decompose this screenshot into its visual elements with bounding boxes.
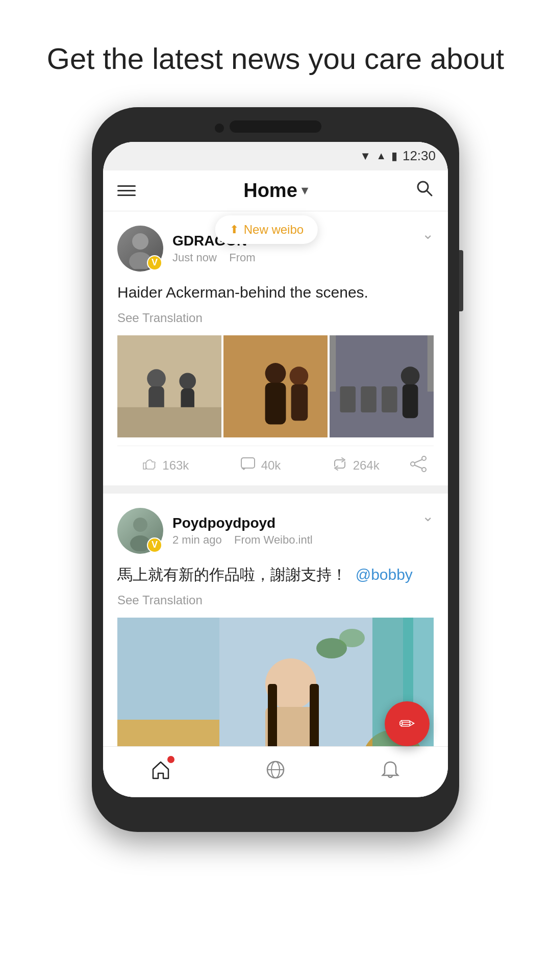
search-button[interactable] [415, 179, 434, 202]
compose-fab[interactable]: ✏ [385, 701, 430, 746]
svg-point-19 [401, 366, 420, 385]
svg-line-1 [427, 190, 432, 195]
post-image-grid [117, 335, 434, 437]
verified-badge: V [147, 537, 162, 553]
svg-line-27 [415, 459, 422, 462]
compose-icon: ✏ [399, 713, 415, 735]
bottom-navigation [103, 746, 448, 797]
battery-icon: ▮ [391, 150, 397, 163]
home-notification-dot [167, 756, 174, 763]
status-time: 12:30 [403, 148, 436, 164]
svg-point-24 [422, 456, 426, 460]
avatar-wrap: V [117, 508, 163, 554]
post-image-3[interactable] [330, 335, 434, 437]
toast-arrow-icon: ⬆ [230, 223, 239, 236]
new-weibo-toast[interactable]: ⬆ New weibo [215, 215, 318, 244]
page-headline: Get the latest news you care about [0, 0, 551, 107]
svg-point-5 [147, 369, 166, 388]
bottom-nav-notifications[interactable] [380, 759, 401, 785]
svg-point-11 [265, 363, 286, 384]
status-icons: ▼ ▲ ▮ 12:30 [360, 148, 436, 164]
svg-rect-16 [340, 386, 356, 412]
comment-icon [240, 456, 256, 476]
notification-icon [380, 759, 401, 785]
like-count: 163k [162, 458, 189, 473]
svg-point-26 [422, 468, 426, 472]
svg-rect-9 [117, 407, 221, 437]
bottom-nav-home[interactable] [150, 759, 171, 785]
post-source: From [229, 251, 255, 264]
svg-line-28 [415, 465, 422, 468]
menu-line-1 [117, 185, 136, 187]
see-translation-button[interactable]: See Translation [117, 311, 434, 325]
svg-point-36 [339, 629, 365, 647]
post-header-left: V Poydpoydpoyd 2 min ago From Weibo.intl [117, 508, 313, 554]
post-card: V GDRAGON Just now From [103, 211, 448, 485]
post-time-source: Just now From [172, 251, 256, 264]
phone-screen: ▼ ▲ ▮ 12:30 Home ▾ [103, 142, 448, 797]
wifi-icon: ▼ [360, 150, 371, 163]
like-icon [141, 456, 157, 476]
repost-icon [332, 456, 348, 476]
svg-rect-18 [382, 386, 397, 412]
signal-icon: ▲ [376, 150, 386, 162]
svg-rect-21 [330, 335, 336, 391]
author-name: Poydpoydpoyd [172, 515, 313, 531]
svg-rect-23 [241, 458, 255, 468]
svg-point-7 [179, 373, 196, 389]
nav-title[interactable]: Home ▾ [243, 180, 308, 202]
svg-point-13 [290, 366, 309, 385]
avatar-wrap: V [117, 226, 163, 272]
phone-device: ▼ ▲ ▮ 12:30 Home ▾ [92, 107, 459, 832]
explore-icon [265, 759, 286, 785]
bottom-nav-explore[interactable] [265, 759, 286, 785]
post-text-content: 馬上就有新的作品啦，謝謝支持！ [117, 566, 347, 583]
post-actions: 163k 40k [117, 446, 434, 485]
post-image-1[interactable] [117, 335, 221, 437]
post-meta: Poydpoydpoyd 2 min ago From Weibo.intl [172, 515, 313, 547]
svg-rect-39 [268, 684, 277, 750]
top-navigation: Home ▾ [103, 170, 448, 211]
like-action[interactable]: 163k [117, 456, 213, 476]
svg-rect-22 [428, 335, 434, 391]
post-time: Just now [172, 251, 217, 264]
svg-point-25 [411, 462, 415, 466]
svg-rect-12 [265, 382, 286, 424]
svg-rect-20 [403, 384, 418, 418]
menu-line-3 [117, 194, 136, 196]
post-text: Haider Ackerman-behind the scenes. [117, 281, 434, 304]
post-time-source: 2 min ago From Weibo.intl [172, 533, 313, 547]
see-translation-button[interactable]: See Translation [117, 593, 434, 607]
share-icon [410, 455, 427, 476]
svg-rect-40 [310, 684, 319, 750]
comment-count: 40k [261, 458, 281, 473]
nav-dropdown-arrow: ▾ [302, 183, 308, 198]
screen-content: ▼ ▲ ▮ 12:30 Home ▾ [103, 142, 448, 797]
comment-action[interactable]: 40k [213, 456, 308, 476]
post-expand-button[interactable]: ⌄ [422, 508, 434, 525]
svg-rect-17 [361, 386, 377, 412]
menu-button[interactable] [117, 185, 136, 196]
volume-button [459, 250, 463, 311]
post-mention[interactable]: @bobby [356, 566, 413, 583]
post-expand-button[interactable]: ⌄ [422, 226, 434, 242]
nav-title-text: Home [243, 180, 297, 202]
post-time: 2 min ago [172, 533, 222, 546]
toast-label: New weibo [244, 223, 304, 237]
svg-point-29 [133, 518, 147, 532]
status-bar: ▼ ▲ ▮ 12:30 [103, 142, 448, 170]
post-image-2[interactable] [223, 335, 328, 437]
svg-rect-14 [291, 384, 308, 421]
verified-badge: V [147, 255, 162, 271]
home-icon [150, 759, 171, 785]
post-source: From Weibo.intl [234, 533, 313, 546]
repost-action[interactable]: 264k [308, 456, 403, 476]
post-header: V Poydpoydpoyd 2 min ago From Weibo.intl [117, 508, 434, 554]
post-text: 馬上就有新的作品啦，謝謝支持！ @bobby [117, 563, 434, 586]
svg-point-2 [132, 233, 148, 250]
repost-count: 264k [353, 458, 380, 473]
share-action[interactable] [403, 455, 434, 476]
menu-line-2 [117, 190, 136, 191]
